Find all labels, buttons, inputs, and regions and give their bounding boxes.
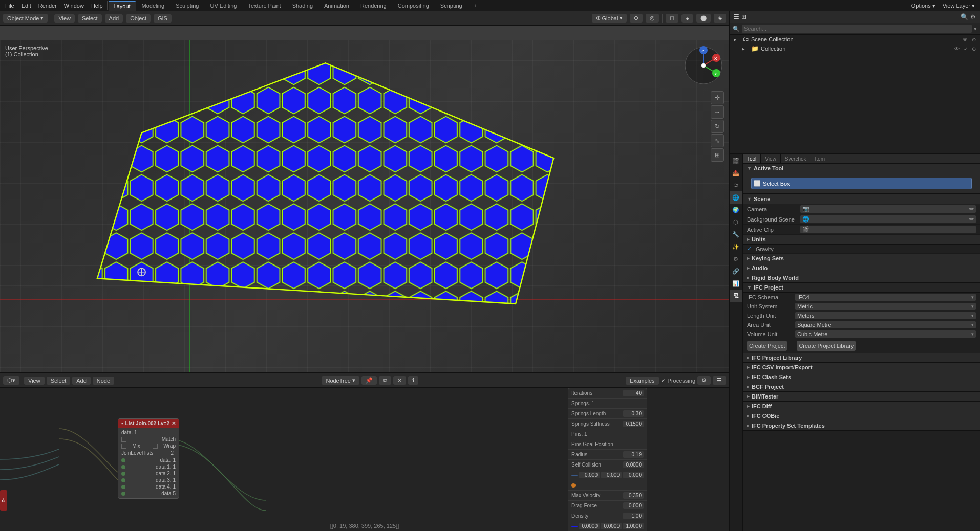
mix-checkbox[interactable]: [121, 444, 126, 449]
keying-sets-header[interactable]: ▸ Keying Sets: [743, 254, 980, 263]
scene-section-header[interactable]: ▼ Scene: [743, 194, 980, 204]
cursor-tool[interactable]: ✛: [711, 91, 724, 104]
select-box-btn[interactable]: ⬜ Select Box: [751, 178, 972, 189]
props-tab-constraints[interactable]: 🔗: [730, 265, 742, 277]
tab-rendering[interactable]: Rendering: [355, 1, 392, 10]
density-val[interactable]: 1.00: [623, 513, 644, 519]
tab-layout[interactable]: Layout: [109, 1, 136, 11]
outliner-filter-icon2[interactable]: ⚙: [970, 13, 976, 20]
node-type-dropdown[interactable]: ⬡▾: [3, 376, 19, 385]
gis-btn[interactable]: GIS: [154, 14, 172, 23]
outliner-scene-collection[interactable]: ▸ 🗂 Scene Collection 👁 ⊙: [730, 35, 980, 44]
outliner-collection[interactable]: ▸ 📁 Collection 👁 ✓ ⊙: [730, 44, 980, 53]
ifc-project-library-header[interactable]: ▸ IFC Project Library: [743, 353, 980, 363]
menu-render[interactable]: Render: [35, 2, 60, 10]
ifc-schema-value[interactable]: IFC4 ▾: [795, 294, 976, 301]
examples-btn[interactable]: Examples: [626, 377, 658, 385]
tab-shading[interactable]: Shading: [287, 1, 318, 10]
scene-collection-hide[interactable]: ⊙: [972, 37, 976, 42]
props-tab-ifc[interactable]: 🏗: [730, 290, 742, 302]
props-tab-particles[interactable]: ✨: [730, 240, 742, 253]
viewport-area[interactable]: User Perspective (1) Collection X Y: [0, 26, 729, 372]
rigid-body-header[interactable]: ▸ Rigid Body World: [743, 273, 980, 283]
node-node-btn[interactable]: Node: [93, 377, 114, 385]
create-project-btn[interactable]: Create Project: [747, 341, 787, 351]
length-unit-value[interactable]: Meters ▾: [795, 312, 976, 319]
tab-tool[interactable]: Tool: [743, 154, 761, 163]
color-v2[interactable]: 0.0000: [601, 523, 622, 529]
bg-scene-edit[interactable]: ✏: [969, 216, 974, 223]
menu-help[interactable]: Help: [88, 2, 106, 10]
unit-system-value[interactable]: Metric ▾: [795, 303, 976, 310]
springs-length-val[interactable]: 0.30: [623, 410, 644, 417]
ifc-diff-header[interactable]: ▸ IFC Diff: [743, 402, 980, 411]
props-tab-data[interactable]: 📊: [730, 277, 742, 290]
create-project-library-btn[interactable]: Create Project Library: [797, 341, 856, 351]
add-btn[interactable]: Add: [105, 14, 123, 23]
wireframe-btn[interactable]: ◻: [666, 14, 678, 23]
bim-tester-header[interactable]: ▸ BIMTester: [743, 392, 980, 402]
node-add-btn[interactable]: Add: [72, 377, 91, 385]
tab-plus[interactable]: +: [468, 1, 482, 10]
scale-tool[interactable]: ⤡: [711, 134, 724, 147]
scene-collection-vis[interactable]: 👁: [963, 37, 968, 42]
camera-value[interactable]: 📷 ✏: [800, 205, 976, 213]
iterations-val[interactable]: 40: [623, 390, 644, 396]
audio-header[interactable]: ▸ Audio: [743, 263, 980, 273]
ifc-pset-header[interactable]: ▸ IFC Property Set Templates: [743, 421, 980, 431]
select-btn[interactable]: Select: [78, 14, 102, 23]
active-clip-value[interactable]: 🎬: [800, 226, 976, 233]
small-red-node[interactable]: -2: [0, 490, 7, 511]
radius-val[interactable]: 0.19: [623, 451, 644, 458]
props-tab-physics[interactable]: ⚙: [730, 253, 742, 265]
active-tool-header[interactable]: ▼ Active Tool: [743, 164, 980, 173]
color-v1[interactable]: 0.0000: [579, 523, 600, 529]
node-close-btn[interactable]: ✕: [393, 376, 406, 385]
rotate-tool[interactable]: ↻: [711, 120, 724, 133]
tab-modeling[interactable]: Modeling: [137, 1, 170, 10]
collection-check[interactable]: ✓: [964, 46, 968, 52]
ifc-cobie-header[interactable]: ▸ IFC COBie: [743, 411, 980, 421]
rendered-btn[interactable]: ◈: [714, 14, 726, 23]
color-blue[interactable]: [571, 526, 578, 527]
outliner-search[interactable]: [742, 25, 972, 33]
node-list-join[interactable]: ▪ List Join.002 Lv=2 ✕ data. 1 Match: [118, 418, 179, 499]
join-level-val[interactable]: 2: [168, 450, 176, 456]
props-tab-output[interactable]: 📤: [730, 167, 742, 179]
props-tab-view[interactable]: 🗂: [730, 179, 742, 191]
area-unit-value[interactable]: Square Metre ▾: [795, 321, 976, 328]
node-collapse[interactable]: ✕: [172, 421, 176, 426]
outliner-filter-icon[interactable]: 🔍: [961, 13, 968, 20]
collection-vis[interactable]: 👁: [954, 46, 960, 52]
tab-texture-paint[interactable]: Texture Paint: [243, 1, 286, 10]
wrap-checkbox[interactable]: [153, 444, 158, 449]
tab-item[interactable]: Item: [811, 154, 829, 163]
props-tab-world[interactable]: 🌍: [730, 204, 742, 216]
ifc-csv-header[interactable]: ▸ IFC CSV Import/Export: [743, 363, 980, 372]
node-layout-btn[interactable]: ☰: [713, 376, 726, 385]
springs-stiffness-val[interactable]: 0.1500: [623, 421, 644, 427]
node-info-btn[interactable]: ℹ: [408, 376, 418, 385]
node-select-btn[interactable]: Select: [47, 377, 71, 385]
volume-unit-value[interactable]: Cubic Metre ▾: [795, 330, 976, 338]
bcf-project-header[interactable]: ▸ BCF Project: [743, 382, 980, 392]
solid-btn[interactable]: ●: [681, 14, 693, 23]
props-tab-object[interactable]: ⬡: [730, 216, 742, 228]
props-tab-render[interactable]: 🎬: [730, 154, 742, 167]
vec3-v3[interactable]: 0.000: [623, 472, 644, 478]
node-pin-btn[interactable]: 📌: [361, 376, 377, 385]
global-dropdown[interactable]: ⊕ Global ▾: [592, 14, 627, 23]
collection-hide2[interactable]: ⊙: [972, 46, 976, 52]
drag-force-val[interactable]: 0.000: [623, 502, 644, 509]
move-tool[interactable]: ↔: [711, 105, 724, 119]
object-btn[interactable]: Object: [126, 14, 151, 23]
snap-btn[interactable]: ⊙: [630, 14, 643, 23]
tab-uv-editing[interactable]: UV Editing: [205, 1, 242, 10]
tab-sculpting[interactable]: Sculpting: [171, 1, 204, 10]
tab-sverchok[interactable]: Sverchok: [781, 154, 811, 163]
mode-dropdown[interactable]: Object Mode ▾: [3, 14, 48, 23]
ifc-project-header[interactable]: ▼ IFC Project: [743, 283, 980, 293]
vec3-v1[interactable]: 0.000: [579, 472, 600, 478]
max-velocity-val[interactable]: 0.350: [623, 492, 644, 499]
menu-edit[interactable]: Edit: [18, 2, 34, 10]
